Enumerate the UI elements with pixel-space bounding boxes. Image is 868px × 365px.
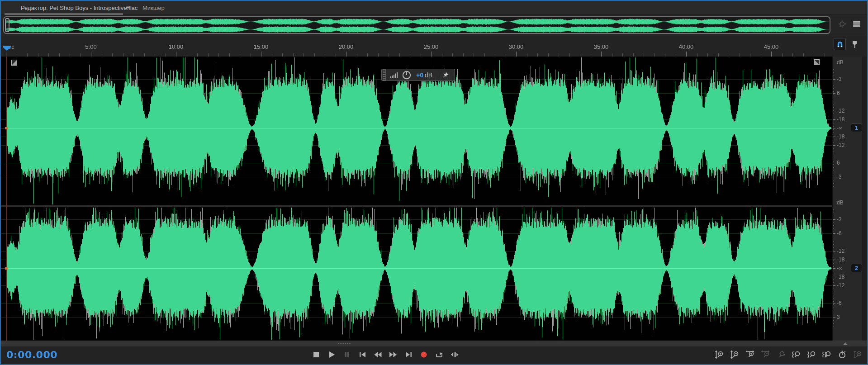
zoom-to-selection-button[interactable]: [822, 349, 832, 360]
zoom-to-playhead-icon: [838, 350, 847, 359]
fade-in-handle[interactable]: [11, 60, 17, 66]
db-major-tick: [833, 219, 835, 220]
zoom-in-horizontal-button[interactable]: [745, 349, 755, 360]
ruler-tick: [410, 53, 410, 57]
zoom-full-icon: [853, 350, 862, 359]
ruler-tick: [240, 53, 240, 57]
channel-2-badge[interactable]: 2: [851, 264, 862, 272]
transport-skip-to-end-button[interactable]: [403, 349, 413, 360]
tab-mixer[interactable]: Микшер: [142, 5, 165, 11]
zoom-in-vertical-button[interactable]: [714, 349, 724, 360]
ruler-tick: [70, 53, 70, 57]
scroll-strip-handle[interactable]: [337, 343, 351, 345]
transport-rewind-button[interactable]: [373, 349, 383, 360]
fade-out-handle[interactable]: [814, 59, 820, 65]
ruler-tick: [112, 53, 113, 57]
vertical-scrollbar[interactable]: [862, 57, 867, 341]
playhead-marker[interactable]: [3, 45, 11, 53]
gain-hud[interactable]: +0 dB: [381, 69, 455, 81]
magnet-icon: [835, 40, 844, 49]
db-major-tick: [833, 119, 835, 120]
ruler-tick: [282, 53, 283, 57]
snap-toggle-button[interactable]: [834, 38, 846, 50]
ruler-tick: [792, 53, 793, 57]
ruler-tick: [229, 53, 230, 57]
transport-skip-selection-button[interactable]: [450, 349, 460, 360]
time-ruler[interactable]: чмс 5:0010:0015:0020:0025:0030:0035:0040…: [1, 36, 867, 57]
ruler-tick: [771, 52, 772, 57]
ruler-tick: [91, 52, 91, 57]
active-tab-underline: [5, 14, 123, 14]
overview-left-handle[interactable]: [5, 18, 9, 32]
db-major-tick: [833, 111, 835, 111]
ruler-tick: [272, 53, 272, 57]
db-scale-label: -3: [837, 216, 842, 223]
ruler-tick: [516, 52, 517, 57]
ruler-label: 5:00: [85, 43, 96, 50]
ruler-tick: [144, 53, 145, 57]
transport-controls: [311, 349, 460, 360]
overview-list-icon[interactable]: [852, 19, 862, 31]
ruler-tick: [548, 53, 549, 57]
db-scale-label: -3: [837, 76, 842, 82]
ruler-tick: [336, 53, 336, 57]
gain-knob-icon[interactable]: [402, 70, 412, 80]
playhead-line[interactable]: [6, 57, 7, 341]
panel-menu-icon[interactable]: ≡: [126, 4, 130, 12]
ruler-tick: [665, 53, 665, 57]
ruler-tick: [697, 53, 697, 57]
ruler-tick: [421, 53, 421, 57]
ruler-tick: [750, 53, 750, 57]
ruler-tick: [399, 53, 400, 57]
overview-range-box[interactable]: [3, 16, 830, 34]
ruler-tick: [580, 53, 580, 57]
ruler-tick: [304, 53, 304, 57]
skip-selection-icon: [450, 350, 459, 359]
ruler-tick: [803, 53, 804, 57]
ruler-tick: [38, 53, 38, 57]
overview-zoom-reset-icon[interactable]: [837, 19, 847, 31]
tab-editor[interactable]: Редактор: Pet Shop Boys - Introspective.…: [21, 5, 138, 11]
channel-divider: [1, 205, 832, 207]
zoom-to-playhead-button[interactable]: [837, 349, 847, 360]
waveform-region[interactable]: +0 dB: [1, 57, 832, 341]
zoom-out-vertical-button[interactable]: [730, 349, 740, 360]
record-icon: [419, 350, 428, 359]
transport-fast-forward-button[interactable]: [388, 349, 398, 360]
zoom-in-at-out-point-button[interactable]: [806, 349, 816, 360]
hud-pin-icon[interactable]: [442, 71, 449, 79]
db-major-tick: [833, 79, 835, 80]
ruler-tick: [187, 53, 187, 57]
scroll-up-arrow-icon[interactable]: [843, 342, 848, 345]
ruler-tick: [655, 53, 655, 57]
ruler-tick: [251, 53, 251, 57]
ruler-tick: [591, 53, 591, 57]
zoom-in-at-in-point-button[interactable]: [791, 349, 801, 360]
playhead-center-notch: [5, 127, 8, 129]
db-scale-column[interactable]: dB-36-12-18-∞-18-126-3dB-3-6-12-18-∞-18-…: [832, 57, 862, 341]
time-display[interactable]: 0:00.000: [6, 349, 57, 360]
ruler-tick: [633, 53, 634, 57]
gain-value[interactable]: +0: [416, 71, 423, 79]
db-scale-header: dB: [837, 199, 844, 206]
ruler-tick: [729, 53, 729, 57]
ruler-tick: [676, 53, 676, 57]
volume-bars-icon: [390, 72, 398, 78]
db-major-tick: [833, 251, 835, 251]
hud-drag-handle[interactable]: [382, 69, 386, 81]
transport-stop-button[interactable]: [311, 349, 321, 360]
transport-skip-to-start-button[interactable]: [357, 349, 367, 360]
overview-waveform[interactable]: [5, 18, 829, 33]
add-marker-button[interactable]: [848, 38, 860, 50]
transport-play-button[interactable]: [327, 349, 337, 360]
db-minor-ticks: [833, 209, 834, 328]
transport-record-button[interactable]: [419, 349, 429, 360]
channel-1-badge[interactable]: 1: [851, 123, 862, 132]
waveform-channel-2[interactable]: [6, 207, 831, 341]
db-minor-ticks: [833, 69, 834, 188]
ruler-tick: [452, 53, 453, 57]
ruler-tick: [389, 53, 389, 57]
transport-loop-playback-button[interactable]: [434, 349, 444, 360]
zoom-to-selection-icon: [822, 350, 831, 359]
gain-unit-label: dB: [425, 71, 432, 79]
